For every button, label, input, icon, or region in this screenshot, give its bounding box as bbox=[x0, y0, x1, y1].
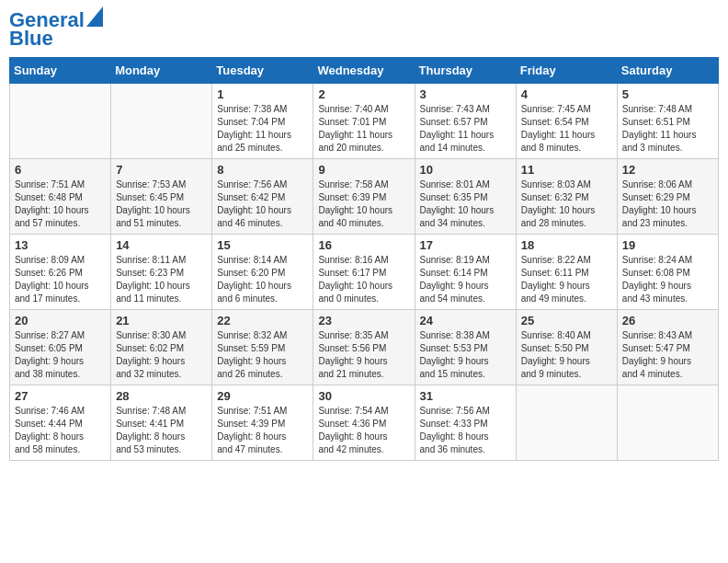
day-number: 5 bbox=[622, 87, 713, 101]
day-info: Sunrise: 7:45 AM Sunset: 6:54 PM Dayligh… bbox=[521, 103, 612, 155]
day-number: 18 bbox=[521, 238, 612, 252]
day-number: 24 bbox=[420, 314, 511, 327]
calendar-cell: 11Sunrise: 8:03 AM Sunset: 6:32 PM Dayli… bbox=[516, 159, 617, 235]
day-number: 27 bbox=[15, 389, 106, 403]
day-number: 31 bbox=[420, 389, 511, 403]
day-info: Sunrise: 8:09 AM Sunset: 6:26 PM Dayligh… bbox=[15, 254, 106, 305]
day-number: 26 bbox=[622, 314, 713, 327]
calendar-cell: 25Sunrise: 8:40 AM Sunset: 5:50 PM Dayli… bbox=[516, 310, 617, 385]
day-info: Sunrise: 8:38 AM Sunset: 5:53 PM Dayligh… bbox=[420, 329, 511, 381]
day-info: Sunrise: 8:03 AM Sunset: 6:32 PM Dayligh… bbox=[521, 178, 612, 230]
logo-arrow-icon bbox=[86, 6, 103, 27]
day-number: 1 bbox=[217, 87, 308, 101]
day-info: Sunrise: 8:22 AM Sunset: 6:11 PM Dayligh… bbox=[521, 254, 612, 305]
day-number: 8 bbox=[217, 163, 308, 177]
calendar-cell: 23Sunrise: 8:35 AM Sunset: 5:56 PM Dayli… bbox=[313, 310, 415, 385]
calendar-cell: 3Sunrise: 7:43 AM Sunset: 6:57 PM Daylig… bbox=[415, 84, 516, 159]
calendar-cell: 20Sunrise: 8:27 AM Sunset: 6:05 PM Dayli… bbox=[10, 310, 111, 385]
calendar-cell: 14Sunrise: 8:11 AM Sunset: 6:23 PM Dayli… bbox=[111, 235, 212, 310]
logo: General Blue bbox=[9, 9, 103, 50]
day-number: 11 bbox=[521, 163, 612, 177]
day-info: Sunrise: 7:54 AM Sunset: 4:36 PM Dayligh… bbox=[318, 405, 409, 456]
calendar-cell: 30Sunrise: 7:54 AM Sunset: 4:36 PM Dayli… bbox=[313, 385, 415, 461]
day-info: Sunrise: 7:51 AM Sunset: 6:48 PM Dayligh… bbox=[15, 178, 106, 230]
calendar-cell: 31Sunrise: 7:56 AM Sunset: 4:33 PM Dayli… bbox=[415, 385, 516, 461]
calendar-cell: 27Sunrise: 7:46 AM Sunset: 4:44 PM Dayli… bbox=[10, 385, 111, 461]
day-number: 2 bbox=[318, 87, 409, 101]
day-info: Sunrise: 8:24 AM Sunset: 6:08 PM Dayligh… bbox=[622, 254, 713, 305]
day-number: 22 bbox=[217, 314, 308, 327]
day-info: Sunrise: 8:11 AM Sunset: 6:23 PM Dayligh… bbox=[116, 254, 207, 305]
calendar-cell: 7Sunrise: 7:53 AM Sunset: 6:45 PM Daylig… bbox=[111, 159, 212, 235]
calendar-cell: 2Sunrise: 7:40 AM Sunset: 7:01 PM Daylig… bbox=[313, 84, 415, 159]
calendar-cell: 4Sunrise: 7:45 AM Sunset: 6:54 PM Daylig… bbox=[516, 84, 617, 159]
day-info: Sunrise: 8:32 AM Sunset: 5:59 PM Dayligh… bbox=[217, 329, 308, 381]
calendar-cell: 6Sunrise: 7:51 AM Sunset: 6:48 PM Daylig… bbox=[10, 159, 111, 235]
day-info: Sunrise: 7:46 AM Sunset: 4:44 PM Dayligh… bbox=[15, 405, 106, 456]
day-number: 29 bbox=[217, 389, 308, 403]
day-header-monday: Monday bbox=[111, 58, 212, 84]
page-header: General Blue bbox=[9, 9, 719, 50]
day-info: Sunrise: 8:27 AM Sunset: 6:05 PM Dayligh… bbox=[15, 329, 106, 381]
day-info: Sunrise: 7:48 AM Sunset: 6:51 PM Dayligh… bbox=[622, 103, 713, 155]
day-number: 17 bbox=[420, 238, 511, 252]
svg-marker-0 bbox=[86, 6, 103, 27]
calendar-cell: 17Sunrise: 8:19 AM Sunset: 6:14 PM Dayli… bbox=[415, 235, 516, 310]
day-number: 25 bbox=[521, 314, 612, 327]
calendar-cell: 22Sunrise: 8:32 AM Sunset: 5:59 PM Dayli… bbox=[212, 310, 313, 385]
day-number: 13 bbox=[15, 238, 106, 252]
day-number: 3 bbox=[420, 87, 511, 101]
day-info: Sunrise: 7:56 AM Sunset: 4:33 PM Dayligh… bbox=[420, 405, 511, 456]
day-info: Sunrise: 7:38 AM Sunset: 7:04 PM Dayligh… bbox=[217, 103, 308, 155]
week-row-4: 20Sunrise: 8:27 AM Sunset: 6:05 PM Dayli… bbox=[10, 310, 719, 385]
week-row-3: 13Sunrise: 8:09 AM Sunset: 6:26 PM Dayli… bbox=[10, 235, 719, 310]
day-number: 16 bbox=[318, 238, 409, 252]
day-number: 21 bbox=[116, 314, 207, 327]
calendar-cell: 21Sunrise: 8:30 AM Sunset: 6:02 PM Dayli… bbox=[111, 310, 212, 385]
calendar-cell: 24Sunrise: 8:38 AM Sunset: 5:53 PM Dayli… bbox=[415, 310, 516, 385]
day-header-wednesday: Wednesday bbox=[313, 58, 415, 84]
day-info: Sunrise: 7:58 AM Sunset: 6:39 PM Dayligh… bbox=[318, 178, 409, 230]
day-number: 19 bbox=[622, 238, 713, 252]
calendar-cell: 9Sunrise: 7:58 AM Sunset: 6:39 PM Daylig… bbox=[313, 159, 415, 235]
day-number: 4 bbox=[521, 87, 612, 101]
day-header-sunday: Sunday bbox=[10, 58, 111, 84]
calendar-table: SundayMondayTuesdayWednesdayThursdayFrid… bbox=[9, 57, 719, 461]
day-header-thursday: Thursday bbox=[415, 58, 516, 84]
calendar-cell: 29Sunrise: 7:51 AM Sunset: 4:39 PM Dayli… bbox=[212, 385, 313, 461]
day-info: Sunrise: 8:16 AM Sunset: 6:17 PM Dayligh… bbox=[318, 254, 409, 305]
calendar-cell bbox=[111, 84, 212, 159]
calendar-cell bbox=[617, 385, 718, 461]
day-number: 10 bbox=[420, 163, 511, 177]
day-info: Sunrise: 7:40 AM Sunset: 7:01 PM Dayligh… bbox=[318, 103, 409, 155]
calendar-cell: 10Sunrise: 8:01 AM Sunset: 6:35 PM Dayli… bbox=[415, 159, 516, 235]
day-number: 20 bbox=[15, 314, 106, 327]
week-row-5: 27Sunrise: 7:46 AM Sunset: 4:44 PM Dayli… bbox=[10, 385, 719, 461]
day-info: Sunrise: 8:19 AM Sunset: 6:14 PM Dayligh… bbox=[420, 254, 511, 305]
day-info: Sunrise: 8:35 AM Sunset: 5:56 PM Dayligh… bbox=[318, 329, 409, 381]
day-number: 28 bbox=[116, 389, 207, 403]
calendar-cell: 1Sunrise: 7:38 AM Sunset: 7:04 PM Daylig… bbox=[212, 84, 313, 159]
day-number: 15 bbox=[217, 238, 308, 252]
day-header-friday: Friday bbox=[516, 58, 617, 84]
day-number: 12 bbox=[622, 163, 713, 177]
day-number: 6 bbox=[15, 163, 106, 177]
day-info: Sunrise: 7:43 AM Sunset: 6:57 PM Dayligh… bbox=[420, 103, 511, 155]
week-row-1: 1Sunrise: 7:38 AM Sunset: 7:04 PM Daylig… bbox=[10, 84, 719, 159]
calendar-cell bbox=[516, 385, 617, 461]
calendar-cell: 28Sunrise: 7:48 AM Sunset: 4:41 PM Dayli… bbox=[111, 385, 212, 461]
day-info: Sunrise: 8:30 AM Sunset: 6:02 PM Dayligh… bbox=[116, 329, 207, 381]
calendar-cell: 8Sunrise: 7:56 AM Sunset: 6:42 PM Daylig… bbox=[212, 159, 313, 235]
calendar-cell: 19Sunrise: 8:24 AM Sunset: 6:08 PM Dayli… bbox=[617, 235, 718, 310]
day-number: 23 bbox=[318, 314, 409, 327]
day-number: 9 bbox=[318, 163, 409, 177]
day-info: Sunrise: 7:53 AM Sunset: 6:45 PM Dayligh… bbox=[116, 178, 207, 230]
calendar-cell: 13Sunrise: 8:09 AM Sunset: 6:26 PM Dayli… bbox=[10, 235, 111, 310]
calendar-cell: 16Sunrise: 8:16 AM Sunset: 6:17 PM Dayli… bbox=[313, 235, 415, 310]
day-info: Sunrise: 8:43 AM Sunset: 5:47 PM Dayligh… bbox=[622, 329, 713, 381]
calendar-cell: 5Sunrise: 7:48 AM Sunset: 6:51 PM Daylig… bbox=[617, 84, 718, 159]
day-info: Sunrise: 8:01 AM Sunset: 6:35 PM Dayligh… bbox=[420, 178, 511, 230]
day-number: 30 bbox=[318, 389, 409, 403]
header-row: SundayMondayTuesdayWednesdayThursdayFrid… bbox=[10, 58, 719, 84]
day-header-saturday: Saturday bbox=[617, 58, 718, 84]
